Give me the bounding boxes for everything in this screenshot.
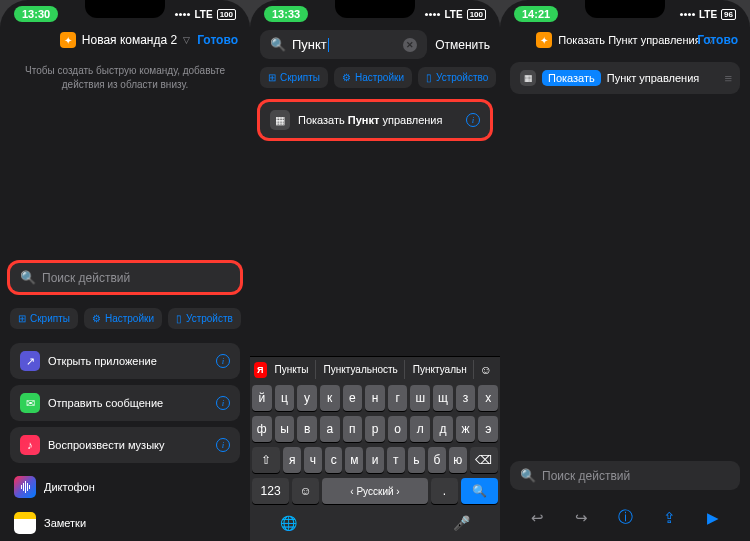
globe-icon[interactable]: 🌐 (280, 515, 297, 531)
action-send-message-label: Отправить сообщение (48, 397, 208, 409)
key-а[interactable]: а (320, 416, 340, 442)
key-р[interactable]: р (365, 416, 385, 442)
step-show-control-center[interactable]: ▦ Показать Пункт управления ≡ (510, 62, 740, 94)
status-time[interactable]: 13:30 (14, 6, 58, 22)
device-icon: ▯ (176, 313, 182, 324)
action-open-app[interactable]: ↗ Открыть приложение i (10, 343, 240, 379)
yandex-icon[interactable]: Я (254, 362, 267, 378)
redo-icon[interactable]: ↪ (575, 509, 588, 527)
drag-handle-icon[interactable]: ≡ (724, 71, 730, 86)
play-icon[interactable]: ▶ (707, 509, 719, 527)
key-ь[interactable]: ь (408, 447, 426, 473)
suggestion-3[interactable]: Пунктуальн (407, 360, 474, 379)
shortcut-title[interactable]: Новая команда 2 (82, 33, 177, 47)
pill-scripts[interactable]: ⊞Скрипты (260, 67, 328, 88)
key-я[interactable]: я (283, 447, 301, 473)
done-button[interactable]: Готово (197, 33, 238, 47)
key-й[interactable]: й (252, 385, 272, 411)
key-ы[interactable]: ы (275, 416, 295, 442)
search-input[interactable]: 🔍 Пункт ✕ (260, 30, 427, 59)
result-show-control-center[interactable]: ▦ Показать Пункт управления i (260, 102, 490, 138)
key-ц[interactable]: ц (275, 385, 295, 411)
period-key[interactable]: . (431, 478, 458, 504)
step-rest-label: Пункт управления (607, 72, 700, 84)
suggestion-1[interactable]: Пункты (269, 360, 316, 379)
suggestion-dictaphone[interactable]: Диктофон (0, 469, 250, 505)
keyboard[interactable]: Я Пункты Пунктуальность Пунктуальн ☺ йцу… (250, 356, 500, 541)
key-б[interactable]: б (428, 447, 446, 473)
suggestion-2[interactable]: Пунктуальность (318, 360, 405, 379)
key-л[interactable]: л (410, 416, 430, 442)
keyboard-bottom: 🌐 🎤 (250, 509, 500, 541)
scripts-icon: ⊞ (268, 72, 276, 83)
key-з[interactable]: з (456, 385, 476, 411)
pill-scripts[interactable]: ⊞Скрипты (10, 308, 78, 329)
status-time[interactable]: 14:21 (514, 6, 558, 22)
key-ш[interactable]: ш (410, 385, 430, 411)
emoji-key[interactable]: ☺ (292, 478, 319, 504)
key-у[interactable]: у (297, 385, 317, 411)
search-key[interactable]: 🔍 (461, 478, 498, 504)
spacer (500, 100, 750, 453)
key-п[interactable]: п (343, 416, 363, 442)
share-icon[interactable]: ⇪ (663, 509, 676, 527)
pill-device[interactable]: ▯Устройств (168, 308, 241, 329)
notch (335, 0, 415, 18)
key-е[interactable]: е (343, 385, 363, 411)
key-ф[interactable]: ф (252, 416, 272, 442)
mic-icon[interactable]: 🎤 (453, 515, 470, 531)
key-н[interactable]: н (365, 385, 385, 411)
done-button[interactable]: Готово (697, 33, 738, 47)
pill-settings[interactable]: ⚙Настройки (334, 67, 412, 88)
status-time[interactable]: 13:33 (264, 6, 308, 22)
step-action-tag[interactable]: Показать (542, 70, 601, 86)
key-щ[interactable]: щ (433, 385, 453, 411)
editor-header: ✦ Новая команда 2 ▽ Готово (0, 24, 250, 56)
info-icon[interactable]: i (216, 396, 230, 410)
suggestion-notes[interactable]: Заметки (0, 505, 250, 541)
key-э[interactable]: э (478, 416, 498, 442)
clear-icon[interactable]: ✕ (403, 38, 417, 52)
key-м[interactable]: м (345, 447, 363, 473)
key-т[interactable]: т (387, 447, 405, 473)
search-wrap: 🔍 Поиск действий (500, 453, 750, 498)
pill-settings[interactable]: ⚙Настройки (84, 308, 162, 329)
key-ж[interactable]: ж (456, 416, 476, 442)
dictaphone-icon (14, 476, 36, 498)
shift-key[interactable]: ⇧ (252, 447, 280, 473)
scripts-icon: ⊞ (18, 313, 26, 324)
pill-device[interactable]: ▯Устройство (418, 67, 496, 88)
network-label: LTE (194, 9, 212, 20)
key-и[interactable]: и (366, 447, 384, 473)
key-г[interactable]: г (388, 385, 408, 411)
search-actions-bar[interactable]: 🔍 Поиск действий (10, 263, 240, 292)
numbers-key[interactable]: 123 (252, 478, 289, 504)
messages-icon: ✉ (20, 393, 40, 413)
info-icon[interactable]: i (466, 113, 480, 127)
key-ю[interactable]: ю (449, 447, 467, 473)
key-с[interactable]: с (325, 447, 343, 473)
undo-icon[interactable]: ↩ (531, 509, 544, 527)
signal-icon (425, 13, 440, 16)
info-icon[interactable]: ⓘ (618, 508, 633, 527)
info-icon[interactable]: i (216, 354, 230, 368)
space-key[interactable]: ‹ Русский › (322, 478, 428, 504)
key-х[interactable]: х (478, 385, 498, 411)
network-label: LTE (444, 9, 462, 20)
spacer (250, 144, 500, 356)
signal-icon (680, 13, 695, 16)
chevron-down-icon[interactable]: ▽ (183, 35, 190, 45)
info-icon[interactable]: i (216, 438, 230, 452)
cancel-button[interactable]: Отменить (435, 38, 490, 52)
key-в[interactable]: в (297, 416, 317, 442)
key-о[interactable]: о (388, 416, 408, 442)
emoji-icon[interactable]: ☺ (476, 363, 496, 377)
action-play-music[interactable]: ♪ Воспроизвести музыку i (10, 427, 240, 463)
key-д[interactable]: д (433, 416, 453, 442)
key-к[interactable]: к (320, 385, 340, 411)
search-actions-bar[interactable]: 🔍 Поиск действий (510, 461, 740, 490)
backspace-key[interactable]: ⌫ (470, 447, 498, 473)
shortcut-title[interactable]: Показать Пункт управления (558, 34, 700, 46)
action-send-message[interactable]: ✉ Отправить сообщение i (10, 385, 240, 421)
key-ч[interactable]: ч (304, 447, 322, 473)
